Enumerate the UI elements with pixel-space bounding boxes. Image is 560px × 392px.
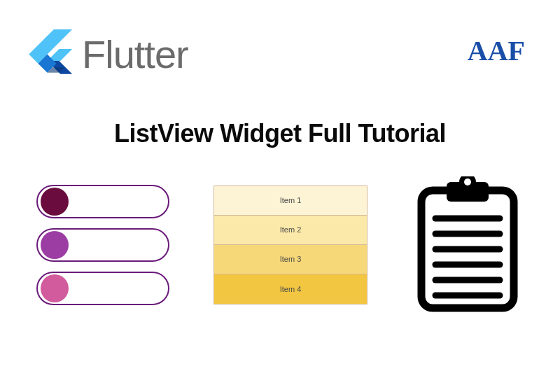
list-item: Item 1	[214, 186, 367, 216]
svg-point-3	[464, 178, 471, 186]
list-dot-icon	[41, 231, 69, 259]
clipboard-icon	[412, 176, 524, 313]
item-list-table: Item 1 Item 2 Item 3 Item 4	[214, 186, 368, 304]
list-item: Item 4	[214, 274, 367, 304]
list-pill	[36, 185, 169, 218]
page-title: ListView Widget Full Tutorial	[0, 119, 560, 148]
list-dot-icon	[41, 274, 69, 302]
aaf-logo: AAF	[468, 34, 525, 67]
list-item: Item 2	[214, 216, 367, 245]
list-pill	[36, 272, 169, 305]
flutter-text: Flutter	[82, 31, 188, 77]
header: Flutter AAF	[0, 0, 560, 94]
flutter-logo-icon	[21, 21, 74, 88]
list-item: Item 3	[214, 245, 367, 274]
list-dot-icon	[41, 188, 69, 216]
bullet-list-icon	[36, 185, 169, 305]
flutter-logo: Flutter	[21, 21, 188, 88]
list-pill	[36, 228, 169, 262]
content-row: Item 1 Item 2 Item 3 Item 4	[0, 148, 560, 313]
